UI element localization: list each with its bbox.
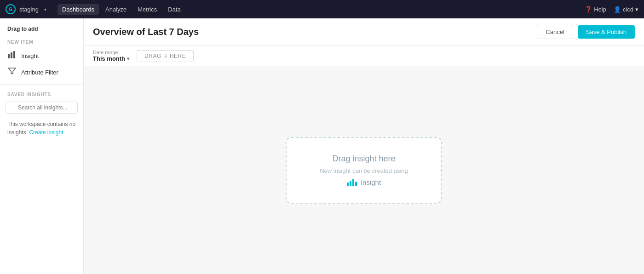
workspace-name: staging [19,6,39,13]
drop-zone: Drag insight here New insight can be cre… [286,137,442,204]
insight-bars-icon [7,51,17,60]
date-range-control: Date range This month ▾ [93,50,129,62]
sidebar-filter-label: Attribute Filter [21,69,58,76]
date-range-chevron-icon: ▾ [127,56,129,61]
date-range-value[interactable]: This month ▾ [93,55,129,62]
nav-analyze[interactable]: Analyze [101,4,131,15]
search-wrap: 🔍 [0,100,83,115]
svg-rect-1 [11,52,12,58]
save-publish-button[interactable]: Save & Publish [578,25,635,39]
logo-area: G staging ▾ [6,4,54,14]
date-range-text: This month [93,55,125,62]
nav-data[interactable]: Data [163,4,185,15]
nav-metrics[interactable]: Metrics [133,4,161,15]
sidebar-saved-section: SAVED INSIGHTS [0,88,83,100]
user-menu[interactable]: 👤 cicd ▾ [614,6,638,13]
svg-rect-0 [8,54,10,58]
user-chevron-icon: ▾ [635,6,638,13]
help-icon: ❓ [585,6,592,13]
create-insight-link[interactable]: Create insight [29,129,63,136]
main-body: Drag insight here New insight can be cre… [84,66,644,274]
user-icon: 👤 [614,6,621,13]
sidebar-item-attribute-filter[interactable]: Attribute Filter [0,64,83,80]
page-header: Overview of Last 7 Days Cancel Save & Pu… [84,18,644,46]
nav-right: ❓ Help 👤 cicd ▾ [585,6,638,13]
nav-dashboards[interactable]: Dashboards [58,4,99,15]
drop-zone-title: Drag insight here [332,154,395,164]
top-navigation: G staging ▾ Dashboards Analyze Metrics D… [0,0,644,18]
toolbar: Date range This month ▾ DRAG ⇩ HERE [84,46,644,66]
workspace-chevron-icon[interactable]: ▾ [44,7,46,12]
help-label: Help [594,6,606,13]
cancel-button[interactable]: Cancel [537,25,573,39]
sidebar: Drag to add NEW ITEM Insight Attribute F… [0,18,84,274]
drop-zone-insight-text: Insight [361,178,381,186]
header-actions: Cancel Save & Publish [537,25,635,39]
filter-icon [7,68,17,77]
nav-links: Dashboards Analyze Metrics Data [58,4,585,15]
sidebar-insight-label: Insight [21,52,39,59]
search-input[interactable] [6,102,78,114]
user-label: cicd [623,6,633,13]
drop-zone-subtitle: New insight can be created using [320,167,408,174]
main-layout: Drag to add NEW ITEM Insight Attribute F… [0,18,644,274]
sidebar-empty-message: This workspace contains no insights. Cre… [0,115,83,141]
drag-here-button[interactable]: DRAG ⇩ HERE [137,50,194,62]
drop-zone-insight-label: Insight [347,178,381,186]
svg-rect-2 [13,51,15,58]
logo-icon: G [6,4,16,14]
help-button[interactable]: ❓ Help [585,6,606,13]
sidebar-drag-label: Drag to add [0,24,83,36]
sidebar-divider [0,84,83,85]
drop-zone-insight-icon [347,178,357,186]
main-content: Overview of Last 7 Days Cancel Save & Pu… [84,18,644,274]
sidebar-item-insight[interactable]: Insight [0,47,83,64]
date-range-label: Date range [93,50,129,55]
sidebar-new-item-section: NEW ITEM [0,36,83,47]
drag-here-label: DRAG ⇩ HERE [144,53,186,59]
page-title: Overview of Last 7 Days [93,27,537,37]
